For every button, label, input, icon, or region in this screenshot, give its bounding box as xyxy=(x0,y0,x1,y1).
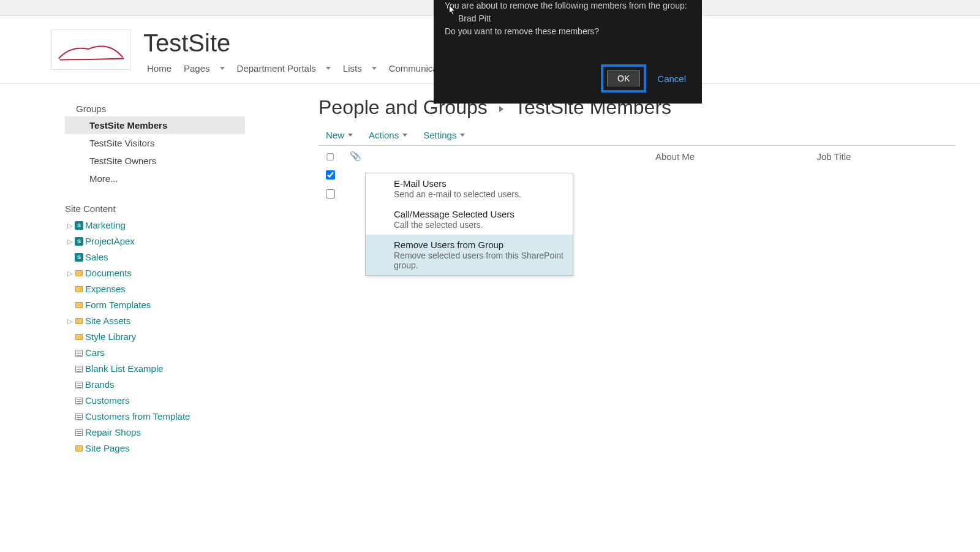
nav-department-portals[interactable]: Department Portals xyxy=(233,61,334,76)
folder-icon xyxy=(75,269,83,278)
col-job-title[interactable]: Job Title xyxy=(809,146,956,167)
cancel-button[interactable]: Cancel xyxy=(652,70,691,88)
col-about-me[interactable]: About Me xyxy=(648,146,809,167)
tree-item-customers[interactable]: Customers xyxy=(65,393,245,409)
tree-item-sales[interactable]: SSales xyxy=(65,249,245,265)
folder-icon xyxy=(75,317,83,325)
tree-item-style-library[interactable]: Style Library xyxy=(65,329,245,345)
car-logo-icon xyxy=(52,30,130,69)
dropdown-caret-icon xyxy=(348,134,353,137)
new-button[interactable]: New xyxy=(326,130,353,140)
tree-item-site-pages[interactable]: Site Pages xyxy=(65,440,245,456)
content-area: People and Groups TestSite Members New A… xyxy=(245,96,980,456)
settings-button[interactable]: Settings xyxy=(423,130,465,140)
dropdown-caret-icon xyxy=(460,134,465,137)
tree-item-documents[interactable]: ▷Documents xyxy=(65,265,245,281)
left-sidebar: Groups TestSite Members TestSite Visitor… xyxy=(0,96,245,456)
expand-caret-icon[interactable]: ▷ xyxy=(67,267,72,280)
folder-icon xyxy=(75,333,83,341)
dialog-message: You are about to remove the following me… xyxy=(445,0,691,37)
site-content-header: Site Content xyxy=(65,203,245,214)
tree-item-expenses[interactable]: Expenses xyxy=(65,281,245,297)
breadcrumb-caret-icon xyxy=(499,106,503,112)
row-checkbox[interactable] xyxy=(326,189,335,198)
attachment-column-icon: 📎 xyxy=(350,151,361,161)
expand-caret-icon[interactable]: ▷ xyxy=(67,314,72,328)
dropdown-caret-icon xyxy=(372,67,377,70)
list-icon xyxy=(75,412,83,421)
menu-call-users[interactable]: Call/Message Selected Users Call the sel… xyxy=(366,204,573,235)
list-icon xyxy=(75,380,83,389)
top-nav: Home Pages Department Portals Lists Comm… xyxy=(143,61,456,83)
dropdown-caret-icon xyxy=(220,67,225,70)
site-logo[interactable] xyxy=(51,29,131,70)
group-testsite-members[interactable]: TestSite Members xyxy=(65,116,245,134)
list-icon xyxy=(75,365,83,373)
expand-caret-icon[interactable]: ▷ xyxy=(67,235,72,248)
group-more[interactable]: More... xyxy=(65,170,245,187)
subsite-icon: S xyxy=(75,237,83,246)
dropdown-caret-icon xyxy=(402,134,407,137)
confirm-remove-dialog: You are about to remove the following me… xyxy=(434,0,702,104)
tree-item-form-templates[interactable]: Form Templates xyxy=(65,297,245,313)
list-icon xyxy=(75,428,83,437)
actions-dropdown-menu: E-Mail Users Send an e-mail to selected … xyxy=(365,173,573,276)
groups-list: TestSite Members TestSite Visitors TestS… xyxy=(65,116,245,187)
menu-email-users[interactable]: E-Mail Users Send an e-mail to selected … xyxy=(366,173,573,204)
menu-remove-users[interactable]: Remove Users from Group Remove selected … xyxy=(366,235,573,275)
tree-item-projectapex[interactable]: ▷SProjectApex xyxy=(65,233,245,249)
nav-lists[interactable]: Lists xyxy=(339,61,380,76)
tree-item-site-assets[interactable]: ▷Site Assets xyxy=(65,313,245,329)
ok-button-highlight: OK xyxy=(601,64,646,93)
site-title[interactable]: TestSite xyxy=(143,29,456,57)
subsite-icon: S xyxy=(75,221,83,230)
table-header-row: ▢ 📎 About Me Job Title xyxy=(318,146,956,167)
tree-item-brands[interactable]: Brands xyxy=(65,377,245,393)
tree-item-cars[interactable]: Cars xyxy=(65,345,245,361)
dropdown-caret-icon xyxy=(326,67,331,70)
groups-header: Groups xyxy=(76,104,245,114)
group-testsite-owners[interactable]: TestSite Owners xyxy=(65,152,245,170)
folder-icon xyxy=(75,285,83,293)
tree-item-customers-from-template[interactable]: Customers from Template xyxy=(65,409,245,425)
list-icon xyxy=(75,396,83,405)
tree-item-repair-shops[interactable]: Repair Shops xyxy=(65,425,245,440)
ok-button[interactable]: OK xyxy=(607,70,640,86)
group-testsite-visitors[interactable]: TestSite Visitors xyxy=(65,134,245,152)
actions-button[interactable]: Actions xyxy=(369,130,407,140)
folder-icon xyxy=(75,301,83,309)
site-content-tree: ▷SMarketing ▷SProjectApex SSales ▷Docume… xyxy=(65,217,245,456)
select-column-icon: ▢ xyxy=(326,151,334,161)
subsite-icon: S xyxy=(75,253,83,262)
folder-icon xyxy=(75,444,83,453)
tree-item-marketing[interactable]: ▷SMarketing xyxy=(65,217,245,233)
list-toolbar: New Actions Settings xyxy=(318,130,956,140)
nav-home[interactable]: Home xyxy=(143,61,175,76)
list-icon xyxy=(75,349,83,357)
nav-pages[interactable]: Pages xyxy=(180,61,228,76)
expand-caret-icon[interactable]: ▷ xyxy=(67,219,72,232)
row-checkbox[interactable] xyxy=(326,170,335,180)
tree-item-blank-list[interactable]: Blank List Example xyxy=(65,361,245,377)
